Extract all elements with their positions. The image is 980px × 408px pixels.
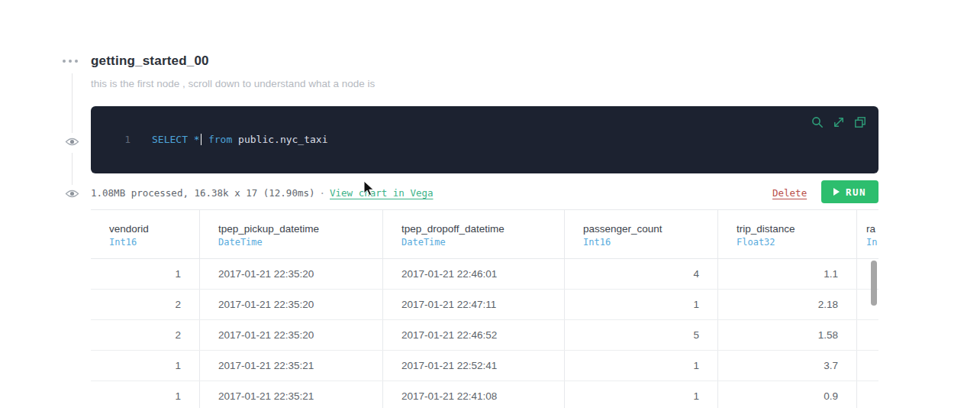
delete-link[interactable]: Delete <box>772 187 807 199</box>
column-type: DateTime <box>218 237 364 248</box>
column-name: passenger_count <box>583 223 699 235</box>
cell-vendorid: 2 <box>91 290 200 319</box>
cell-tpep_pickup_datetime: 2017-01-21 22:35:20 <box>200 320 383 350</box>
eye-visibility-icon[interactable] <box>65 185 79 205</box>
cell-tpep_dropoff_datetime: 2017-01-21 22:41:08 <box>383 381 565 408</box>
table-row: 12017-01-21 22:35:212017-01-21 22:41:081… <box>91 381 878 408</box>
code-line: 1 SELECT * from public.nyc_taxi <box>121 134 328 147</box>
column-header-trip_distance[interactable]: trip_distanceFloat32 <box>718 210 857 258</box>
table-body: 12017-01-21 22:35:202017-01-21 22:46:014… <box>91 259 878 408</box>
column-name: tpep_pickup_datetime <box>218 223 364 235</box>
cell-vendorid: 1 <box>91 259 200 289</box>
cell-trip_distance: 1.1 <box>718 259 857 289</box>
line-number: 1 <box>121 134 131 147</box>
expand-icon[interactable] <box>833 116 845 128</box>
query-stats: 1.08MB processed, 16.38k x 17 (12.90ms) <box>91 187 315 199</box>
column-header-ra[interactable]: raIn <box>857 210 878 258</box>
table-row: 22017-01-21 22:35:202017-01-21 22:47:111… <box>91 290 878 320</box>
node-title[interactable]: getting_started_00 <box>91 53 209 69</box>
cell-trip_distance: 3.7 <box>718 351 857 380</box>
column-name: tpep_dropoff_datetime <box>401 223 546 235</box>
cell-passenger_count: 4 <box>565 259 718 289</box>
column-header-tpep_pickup_datetime[interactable]: tpep_pickup_datetimeDateTime <box>200 210 383 258</box>
cell-vendorid: 1 <box>91 381 200 408</box>
column-type: Int16 <box>109 237 181 248</box>
run-button[interactable]: RUN <box>821 180 878 203</box>
query-status-bar: 1.08MB processed, 16.38k x 17 (12.90ms)·… <box>91 187 434 199</box>
column-name: ra <box>866 223 878 235</box>
eye-icon <box>65 189 79 199</box>
node-menu-icon[interactable] <box>63 60 78 63</box>
table-vertical-scrollbar[interactable] <box>871 261 877 306</box>
column-type: Int16 <box>583 237 699 248</box>
table-row: 22017-01-21 22:35:202017-01-21 22:46:525… <box>91 320 878 351</box>
column-type: Float32 <box>737 237 838 248</box>
table-row: 12017-01-21 22:35:212017-01-21 22:52:411… <box>91 351 878 381</box>
view-chart-in-vega-link[interactable]: View chart in Vega <box>330 187 433 199</box>
node-subtitle[interactable]: this is the first node , scroll down to … <box>91 78 375 89</box>
column-name: vendorid <box>109 223 181 235</box>
sql-code: SELECT * from public.nyc_taxi <box>152 134 328 147</box>
cell-vendorid: 1 <box>91 351 200 380</box>
text-cursor <box>201 134 202 145</box>
column-type: In <box>866 237 878 248</box>
cell-trip_distance: 0.9 <box>718 381 857 408</box>
play-icon <box>833 188 840 196</box>
column-header-vendorid[interactable]: vendoridInt16 <box>91 210 200 258</box>
cell-tpep_pickup_datetime: 2017-01-21 22:35:21 <box>200 381 383 408</box>
cell-ra <box>857 320 878 350</box>
cell-tpep_pickup_datetime: 2017-01-21 22:35:21 <box>200 351 383 380</box>
results-table: vendoridInt16tpep_pickup_datetimeDateTim… <box>91 209 878 408</box>
run-button-label: RUN <box>846 186 866 198</box>
column-header-passenger_count[interactable]: passenger_countInt16 <box>565 210 718 258</box>
duplicate-icon[interactable] <box>854 116 866 128</box>
cell-tpep_dropoff_datetime: 2017-01-21 22:46:52 <box>383 320 565 350</box>
column-header-tpep_dropoff_datetime[interactable]: tpep_dropoff_datetimeDateTime <box>383 210 565 258</box>
search-icon[interactable] <box>811 116 824 128</box>
cell-tpep_dropoff_datetime: 2017-01-21 22:47:11 <box>383 290 565 319</box>
column-type: DateTime <box>401 237 546 248</box>
cell-trip_distance: 1.58 <box>718 320 857 350</box>
cell-tpep_pickup_datetime: 2017-01-21 22:35:20 <box>200 290 383 319</box>
eye-visibility-icon[interactable] <box>65 133 79 153</box>
table-row: 12017-01-21 22:35:202017-01-21 22:46:014… <box>91 259 878 290</box>
cell-tpep_pickup_datetime: 2017-01-21 22:35:20 <box>200 259 383 289</box>
cell-tpep_dropoff_datetime: 2017-01-21 22:52:41 <box>383 351 565 380</box>
cell-trip_distance: 2.18 <box>718 290 857 319</box>
cell-passenger_count: 1 <box>565 381 718 408</box>
eye-icon <box>65 137 79 147</box>
cell-passenger_count: 5 <box>565 320 718 350</box>
sql-editor[interactable]: 1 SELECT * from public.nyc_taxi <box>91 106 878 173</box>
cell-vendorid: 2 <box>91 320 200 350</box>
cell-passenger_count: 1 <box>565 290 718 319</box>
cell-tpep_dropoff_datetime: 2017-01-21 22:46:01 <box>383 259 565 289</box>
cell-ra <box>857 381 878 408</box>
column-name: trip_distance <box>737 223 838 235</box>
cell-ra <box>857 351 878 380</box>
table-header-row: vendoridInt16tpep_pickup_datetimeDateTim… <box>91 210 878 259</box>
cell-passenger_count: 1 <box>565 351 718 380</box>
